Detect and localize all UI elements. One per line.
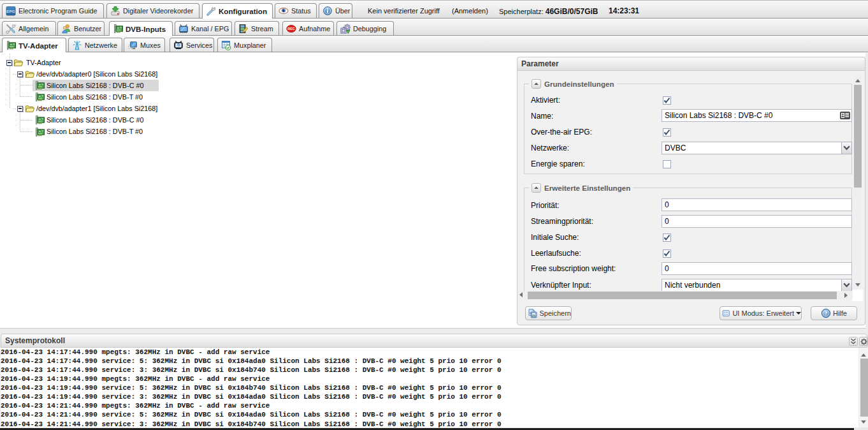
svg-text:EPG: EPG [6,9,15,13]
svg-text:REC: REC [287,27,294,31]
svg-text:?: ? [825,310,827,316]
